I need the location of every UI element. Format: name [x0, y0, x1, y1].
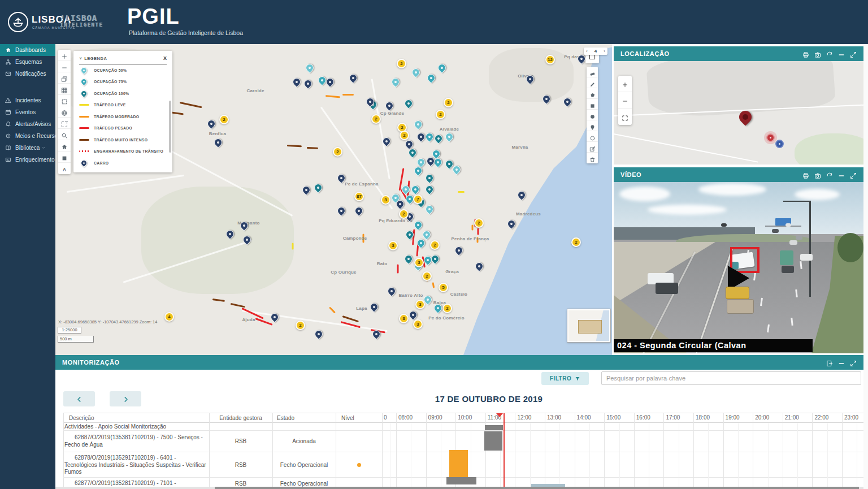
occupancy-pin[interactable]: [410, 67, 422, 78]
minimize-icon[interactable]: [838, 171, 845, 178]
occupancy-pin[interactable]: [403, 253, 414, 265]
bus-pin[interactable]: [302, 78, 314, 89]
minimize-icon[interactable]: [838, 359, 845, 366]
cluster-marker[interactable]: 2: [571, 237, 581, 247]
minus-tool[interactable]: [618, 92, 632, 109]
occupancy-pin[interactable]: [410, 184, 421, 195]
font-tool[interactable]: A: [58, 163, 71, 174]
pager-next-icon[interactable]: ›: [604, 49, 605, 54]
filter-button[interactable]: FILTRO: [541, 372, 589, 385]
sidebar-item-eventos[interactable]: Eventos: [0, 106, 55, 118]
cluster-marker[interactable]: 2: [296, 321, 305, 330]
plus-tool[interactable]: [618, 76, 632, 92]
bus-pin[interactable]: [407, 309, 419, 321]
occupancy-pin[interactable]: [413, 119, 424, 130]
occupancy-pin[interactable]: [403, 98, 414, 109]
square-tool[interactable]: [58, 152, 71, 163]
layers-tool[interactable]: [58, 72, 71, 84]
cluster-marker[interactable]: 2: [400, 131, 409, 140]
sidebar-item-meios-e-recursos[interactable]: Meios e Recursos: [0, 130, 55, 142]
occupancy-pin[interactable]: [444, 131, 455, 142]
sidebar-item-dashboards[interactable]: Dashboards: [0, 44, 55, 56]
cluster-marker[interactable]: 2: [219, 115, 229, 124]
occupancy-pin[interactable]: [424, 172, 435, 184]
localizacao-map[interactable]: [614, 61, 863, 165]
minus-tool[interactable]: [58, 61, 71, 72]
cluster-marker[interactable]: 2: [399, 209, 409, 219]
occupancy-pin[interactable]: [429, 253, 441, 265]
cluster-marker[interactable]: 2: [436, 110, 445, 119]
cluster-marker[interactable]: 3: [415, 300, 425, 309]
search-input[interactable]: [601, 371, 861, 385]
occupancy-pin[interactable]: [424, 131, 435, 142]
resource-marker[interactable]: [775, 140, 784, 148]
video-feed[interactable]: 024 - Segunda Circular (Calvan: [614, 182, 863, 353]
search-tool[interactable]: [58, 129, 71, 140]
legend-close-icon[interactable]: X: [163, 55, 167, 61]
sidebar-item-enriquecimento[interactable]: Enriquecimento: [0, 154, 55, 166]
pager-prev-icon[interactable]: ‹: [586, 49, 588, 54]
table-row[interactable]: 62878/O/2019(1352917102019) - 6401 - Tec…: [63, 452, 863, 478]
overview-minimap[interactable]: [567, 309, 610, 342]
home-tool[interactable]: [58, 140, 71, 152]
cluster-marker[interactable]: 3: [399, 314, 409, 323]
refresh-icon[interactable]: [826, 171, 833, 178]
bus-pin[interactable]: [415, 131, 427, 142]
cluster-marker[interactable]: 3: [381, 195, 390, 205]
table-row[interactable]: 62877/O/2019(1352817102019) - 7101 - RSB…: [63, 478, 863, 487]
bus-pin[interactable]: [212, 137, 224, 148]
cluster-marker[interactable]: 2: [333, 147, 342, 157]
expandx-icon[interactable]: [850, 171, 857, 178]
bus-pin[interactable]: [516, 189, 527, 201]
cluster-marker[interactable]: 12: [545, 55, 555, 64]
grid-tool[interactable]: [58, 84, 71, 95]
bus-pin[interactable]: [453, 245, 465, 256]
bus-pin[interactable]: [474, 261, 485, 272]
cluster-marker[interactable]: 2: [444, 98, 453, 107]
cluster-marker[interactable]: 3: [388, 241, 398, 250]
cluster-marker[interactable]: 3: [413, 319, 423, 329]
trash-tool[interactable]: [587, 153, 598, 163]
refresh-icon[interactable]: [826, 50, 833, 57]
occupancy-pin[interactable]: [424, 204, 435, 215]
sidebar-item-biblioteca[interactable]: Biblioteca: [0, 142, 55, 154]
bus-pin[interactable]: [384, 100, 395, 111]
polygon-tool[interactable]: [587, 88, 598, 99]
occupancy-pin[interactable]: [313, 182, 324, 193]
bus-pin[interactable]: [353, 205, 364, 217]
sidebar-item-esquemas[interactable]: Esquemas: [0, 56, 55, 68]
sidebar-item-notifica-es[interactable]: Notificações: [0, 68, 55, 80]
cluster-marker[interactable]: 2: [474, 218, 484, 228]
table-row[interactable]: Actividades - Apoio Social Monitorização: [63, 423, 863, 431]
occupancy-pin[interactable]: [424, 184, 435, 195]
select-tool[interactable]: [58, 95, 71, 106]
legend-scrollbar[interactable]: [169, 101, 171, 153]
bus-pin[interactable]: [336, 205, 347, 217]
camera-icon[interactable]: [814, 50, 821, 57]
occupancy-pin[interactable]: [304, 62, 315, 73]
globe-tool[interactable]: [58, 106, 71, 118]
camera-icon[interactable]: [814, 171, 821, 178]
pinsm-tool[interactable]: [587, 120, 598, 131]
table-row[interactable]: 62887/O/2019(1353817102019) - 7500 - Ser…: [63, 431, 863, 452]
square2-tool[interactable]: [587, 99, 598, 110]
bus-pin[interactable]: [206, 118, 217, 129]
bus-pin[interactable]: [386, 285, 397, 297]
previous-day-button[interactable]: [63, 391, 95, 406]
expandx-icon[interactable]: [850, 50, 857, 57]
occupancy-pin[interactable]: [433, 133, 444, 144]
cluster-marker[interactable]: 3: [414, 258, 424, 267]
occupancy-pin[interactable]: [421, 229, 432, 240]
bus-pin[interactable]: [301, 184, 312, 196]
cluster-marker[interactable]: 2: [397, 59, 406, 68]
cluster-marker[interactable]: 2: [371, 114, 381, 124]
bus-pin[interactable]: [368, 301, 380, 313]
bus-pin[interactable]: [313, 328, 324, 340]
bus-pin[interactable]: [324, 76, 336, 88]
sidebar-item-incidentes[interactable]: Incidentes: [0, 94, 55, 106]
edit-tool[interactable]: [587, 142, 598, 153]
fullscreen-tool[interactable]: [618, 109, 632, 125]
expand-tool[interactable]: [58, 118, 71, 129]
print-icon[interactable]: [802, 50, 809, 57]
cluster-marker[interactable]: 2: [430, 240, 440, 250]
